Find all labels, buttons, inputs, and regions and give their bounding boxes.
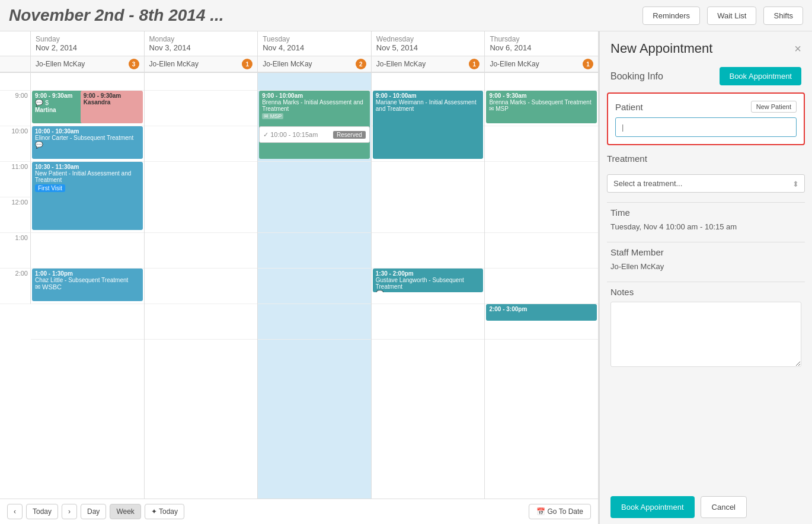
day-header-monday: Monday Nov 3, 2014 xyxy=(145,31,258,56)
book-appointment-top-button[interactable]: Book Appointment xyxy=(720,67,801,85)
staff-gutter xyxy=(0,56,31,72)
panel-title: New Appointment xyxy=(610,41,712,56)
appt-thu-2pm[interactable]: 2:00 - 3:00pm xyxy=(486,304,597,321)
appt-brenna-thu[interactable]: 9:00 - 9:30am Brenna Marks - Subsequent … xyxy=(486,91,597,123)
shifts-button[interactable]: Shifts xyxy=(763,7,803,25)
divider3 xyxy=(607,282,805,282)
appointment-panel: New Appointment × Booking Info Book Appo… xyxy=(599,31,812,524)
time-gutter xyxy=(0,31,31,56)
day-view-button[interactable]: Day xyxy=(81,504,106,519)
panel-footer: Book Appointment Cancel xyxy=(600,490,812,524)
appt-reserved[interactable]: ✓ 10:00 - 10:15am Reserved xyxy=(259,126,370,143)
notes-input[interactable] xyxy=(610,302,801,367)
appt-gustave[interactable]: 1:30 - 2:00pm Gustave Langworth - Subseq… xyxy=(373,269,484,292)
day-col-monday[interactable] xyxy=(145,73,258,499)
time-column: 9:00 10:00 11:00 12:00 1:00 2:00 xyxy=(0,73,31,499)
book-appointment-bottom-button[interactable]: Book Appointment xyxy=(610,496,695,518)
staff-badge-sunday: 3 xyxy=(129,59,139,69)
appt-chaz[interactable]: 1:00 - 1:30pm Chaz Little - Subsequent T… xyxy=(32,269,143,301)
staff-member-section: Staff Member Jo-Ellen McKay xyxy=(607,245,805,273)
staff-badge-wednesday: 1 xyxy=(469,59,479,69)
goto-date-button[interactable]: 📅 Go To Date xyxy=(529,504,591,519)
treatment-select[interactable]: Select a treatment... xyxy=(607,174,805,193)
patient-section: Patient New Patient xyxy=(607,92,805,145)
staff-cell-wednesday: Jo-Ellen McKay 1 xyxy=(372,56,485,72)
staff-cell-sunday: Jo-Ellen McKay 3 xyxy=(31,56,145,72)
today-person-button[interactable]: ✦ Today xyxy=(145,504,184,519)
day-header-tuesday: Tuesday Nov 4, 2014 xyxy=(258,31,372,56)
staff-badge-tuesday: 2 xyxy=(356,59,366,69)
staff-cell-tuesday: Jo-Ellen McKay 2 xyxy=(258,56,372,72)
day-col-wednesday[interactable]: 9:00 - 10:00am Mariane Weimann - Initial… xyxy=(372,73,485,499)
divider2 xyxy=(607,242,805,242)
staff-cell-monday: Jo-Ellen McKay 1 xyxy=(145,56,258,72)
appt-elinor[interactable]: 10:00 - 10:30am Elinor Carter - Subseque… xyxy=(32,126,143,159)
staff-badge-monday: 1 xyxy=(242,59,252,69)
time-section: Time Tuesday, Nov 4 10:00 am - 10:15 am xyxy=(607,205,805,234)
treatment-label: Treatment xyxy=(607,154,805,164)
divider xyxy=(607,202,805,203)
day-col-tuesday[interactable]: 9:00 - 10:00am Brenna Marks - Initial As… xyxy=(258,73,372,499)
time-label: Time xyxy=(610,207,801,218)
patient-label: Patient xyxy=(615,102,643,112)
day-header-thursday: Thursday Nov 6, 2014 xyxy=(485,31,598,56)
day-col-sunday[interactable]: 9:00 - 9:30am 💬 $ Martina 9:00 - 9:30am … xyxy=(31,73,145,499)
staff-cell-thursday: Jo-Ellen McKay 1 xyxy=(485,56,598,72)
staff-label: Staff Member xyxy=(610,247,801,257)
patient-input[interactable] xyxy=(615,117,797,137)
waitlist-button[interactable]: Wait List xyxy=(707,7,756,25)
day-header-wednesday: Wednesday Nov 5, 2014 xyxy=(372,31,485,56)
day-header-sunday: Sunday Nov 2, 2014 xyxy=(31,31,145,56)
week-view-button[interactable]: Week xyxy=(110,504,140,519)
today-button[interactable]: Today xyxy=(26,504,58,519)
booking-info-label: Booking Info xyxy=(610,71,663,82)
calendar-footer: ‹ Today › Day Week ✦ Today 📅 Go To Date xyxy=(0,499,598,524)
next-button[interactable]: › xyxy=(62,504,77,519)
cancel-button[interactable]: Cancel xyxy=(701,496,747,518)
time-value: Tuesday, Nov 4 10:00 am - 10:15 am xyxy=(610,222,801,231)
appt-kasandra[interactable]: 9:00 - 9:30am Kasandra xyxy=(81,91,143,123)
close-button[interactable]: × xyxy=(794,42,801,56)
calendar-title: November 2nd - 8th 2014 ... xyxy=(9,6,635,25)
prev-button[interactable]: ‹ xyxy=(7,504,23,519)
appt-new-patient[interactable]: 10:30 - 11:30am New Patient - Initial As… xyxy=(32,162,143,230)
staff-badge-thursday: 1 xyxy=(583,59,593,69)
notes-section: Notes xyxy=(607,285,805,484)
staff-value: Jo-Ellen McKay xyxy=(610,262,801,271)
new-patient-button[interactable]: New Patient xyxy=(751,101,797,113)
notes-label: Notes xyxy=(610,287,801,297)
day-col-thursday[interactable]: 9:00 - 9:30am Brenna Marks - Subsequent … xyxy=(485,73,598,499)
reminders-button[interactable]: Reminders xyxy=(642,7,700,25)
